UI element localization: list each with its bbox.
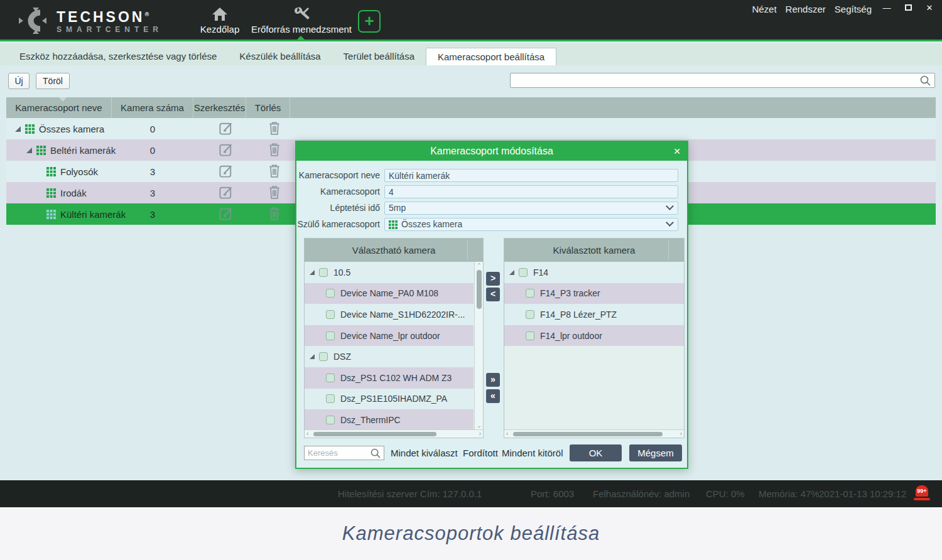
checkbox[interactable] [326,416,335,424]
checkbox[interactable] [526,331,534,340]
menu-view[interactable]: Nézet [752,4,776,14]
add-all-button[interactable]: » [486,373,500,387]
menu-help[interactable]: Segítség [835,4,872,14]
device-group-row[interactable]: DSZ [305,346,474,367]
camera-label: Device Name_PA0 M108 [340,288,438,298]
checkbox[interactable] [326,331,335,340]
cancel-button[interactable]: Mégsem [629,444,682,461]
camera-row[interactable]: Dsz_PS1E105IHADMZ_PA [305,389,474,410]
scroll-left-icon[interactable]: ‹ [306,430,308,438]
camera-group-grid-icon [46,210,56,219]
scrollbar-thumb[interactable] [313,432,436,436]
checkbox[interactable] [319,268,328,277]
device-group-row[interactable]: 10.5 [305,262,474,283]
table-row[interactable]: Összes kamera 0 [6,118,936,139]
horizontal-scrollbar[interactable]: ‹ › [504,429,684,438]
camera-label: F14_P8 Lézer_PTZ [540,310,617,320]
camera-row[interactable]: Dsz_ThermIPC [305,409,474,429]
delete-icon[interactable] [268,121,281,137]
camera-row[interactable]: Device Name_lpr outdoor [305,325,474,347]
camera-row[interactable]: Device Name_S1HD62202IR-... [305,304,474,325]
checkbox[interactable] [526,289,534,298]
camera-count: 3 [112,166,193,177]
search-icon[interactable] [920,75,931,86]
maximize-icon [905,4,912,11]
tab-area-settings[interactable]: Terület beállítása [332,48,426,65]
scrollbar-thumb[interactable] [477,270,482,309]
nav-resource-management[interactable]: Erőforrás menedzsment [242,6,361,35]
cpu-status: CPU: 0% [706,488,745,499]
dialog-search-input[interactable] [308,447,367,459]
camera-row[interactable]: F14_P8 Lézer_PTZ [504,304,684,325]
expand-icon[interactable] [310,270,315,275]
dialog-close-icon[interactable]: ✕ [673,142,681,161]
camera-row[interactable]: F14_P3 tracker [504,283,684,304]
checkbox[interactable] [326,289,335,298]
app-header: TECHSON® SMARTCENTER Kezdőlap Erőforrás … [0,0,942,41]
ok-button[interactable]: OK [570,444,622,461]
expand-icon[interactable] [310,354,315,359]
nav-home[interactable]: Kezdőlap [192,6,248,35]
invert-selection-link[interactable]: Fordított [463,448,498,458]
edit-icon[interactable] [219,206,234,223]
camera-label: Dsz_ThermIPC [340,415,401,425]
expand-icon[interactable] [15,126,21,132]
checkbox[interactable] [326,374,335,382]
menu-system[interactable]: Rendszer [786,4,826,14]
edit-icon[interactable] [219,185,234,202]
device-group-row[interactable]: F14 [504,262,684,283]
new-button[interactable]: Új [8,73,30,89]
camera-row[interactable]: Dsz_PS1 C102 WH ADM Z3 [305,367,474,389]
header-camera-count[interactable]: Kamera száma [112,97,193,118]
horizontal-scrollbar[interactable]: ‹ › [305,429,483,438]
delete-icon[interactable] [268,163,281,180]
remove-all-button[interactable]: « [486,389,500,403]
search-icon[interactable] [371,448,381,458]
delete-button[interactable]: Töröl [36,73,70,89]
select-all-link[interactable]: Mindet kiválaszt [391,448,458,458]
maximize-button[interactable] [903,3,913,13]
table-header-row: Kameracsoport neve Kamera száma Szerkesz… [6,97,936,118]
scroll-right-icon[interactable]: › [680,430,682,438]
camera-group-grid-icon [46,188,56,198]
checkbox[interactable] [519,268,528,277]
edit-icon[interactable] [219,142,234,159]
add-module-button[interactable]: + [358,10,381,33]
delete-icon[interactable] [268,206,281,223]
expand-icon[interactable] [509,270,514,275]
checkbox[interactable] [326,394,335,403]
parent-group-select[interactable]: Összes kamera [384,218,678,231]
field-group-name: Kameracsoport neve [296,169,687,182]
camera-row[interactable]: Device Name_PA0 M108 [305,283,474,304]
group-id-input[interactable] [385,186,678,198]
checkbox[interactable] [326,310,335,319]
clear-all-link[interactable]: Mindent kitöröl [502,448,563,458]
edit-icon[interactable] [219,163,234,180]
vertical-scrollbar[interactable]: ⌃ ⌄ [474,262,483,429]
expand-icon[interactable] [26,148,32,153]
scroll-down-icon[interactable]: ⌄ [476,423,482,429]
main-search-input[interactable] [514,74,916,87]
scroll-left-icon[interactable]: ‹ [506,430,508,438]
dialog-title: Kameracsoport módosítása [296,142,687,161]
delete-icon[interactable] [268,142,281,159]
tab-camera-group-settings[interactable]: Kameracsoport beállítása [426,48,556,65]
checkbox[interactable] [526,310,534,319]
scrollbar-thumb[interactable] [513,432,663,436]
minimize-button[interactable]: — [882,3,892,13]
edit-icon[interactable] [219,121,234,137]
add-selected-button[interactable]: > [486,272,500,286]
camera-count: 3 [112,188,193,198]
tab-device-settings[interactable]: Készülék beállítása [228,48,332,65]
tab-device-add-edit-delete[interactable]: Eszköz hozzáadása, szerkesztése vagy tör… [8,48,228,65]
scroll-up-icon[interactable]: ⌃ [476,262,482,269]
group-name-input[interactable] [385,170,678,181]
camera-row[interactable]: F14_lpr outdoor [504,325,684,347]
scroll-right-icon[interactable]: › [479,430,481,438]
delete-icon[interactable] [268,185,281,202]
remove-selected-button[interactable]: < [486,288,500,301]
dwell-time-select[interactable]: 5mp [384,202,678,215]
alarm-notification-icon[interactable]: 99+ [914,484,930,503]
close-button[interactable]: ✕ [924,3,934,13]
checkbox[interactable] [319,352,328,361]
